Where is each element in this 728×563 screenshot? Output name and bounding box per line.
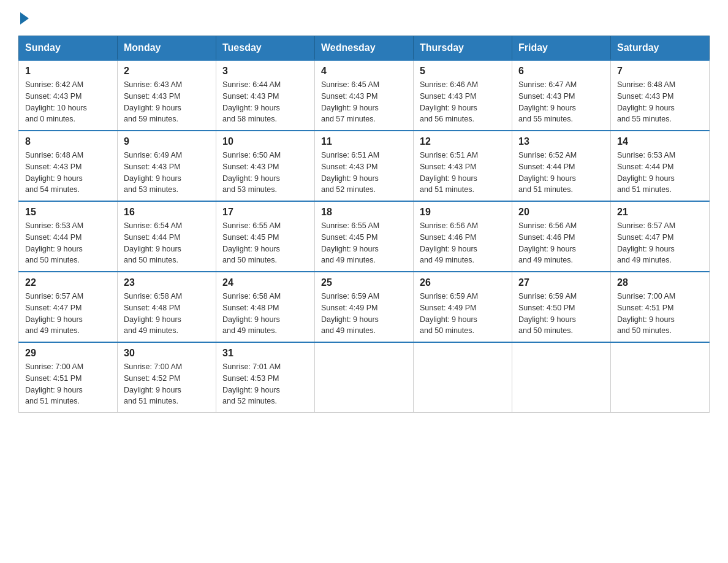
- day-number: 23: [124, 277, 210, 288]
- day-info: Sunrise: 6:56 AMSunset: 4:46 PMDaylight:…: [420, 221, 478, 264]
- calendar-week-row: 22 Sunrise: 6:57 AMSunset: 4:47 PMDaylig…: [19, 272, 710, 342]
- day-header-sunday: Sunday: [19, 36, 118, 61]
- day-header-thursday: Thursday: [414, 36, 512, 61]
- calendar-cell: 2 Sunrise: 6:43 AMSunset: 4:43 PMDayligh…: [118, 60, 216, 131]
- day-number: 7: [617, 66, 703, 77]
- day-number: 24: [222, 277, 308, 288]
- day-number: 20: [518, 207, 604, 218]
- day-info: Sunrise: 6:55 AMSunset: 4:45 PMDaylight:…: [222, 221, 281, 264]
- day-header-friday: Friday: [512, 36, 611, 61]
- day-info: Sunrise: 6:48 AMSunset: 4:43 PMDaylight:…: [617, 80, 675, 123]
- day-info: Sunrise: 6:44 AMSunset: 4:43 PMDaylight:…: [222, 80, 281, 123]
- calendar-week-row: 1 Sunrise: 6:42 AMSunset: 4:43 PMDayligh…: [19, 60, 710, 131]
- day-info: Sunrise: 7:00 AMSunset: 4:51 PMDaylight:…: [617, 292, 675, 335]
- calendar-table: SundayMondayTuesdayWednesdayThursdayFrid…: [18, 36, 710, 413]
- day-info: Sunrise: 7:01 AMSunset: 4:53 PMDaylight:…: [222, 362, 281, 405]
- calendar-cell: 10 Sunrise: 6:50 AMSunset: 4:43 PMDaylig…: [216, 131, 315, 201]
- day-number: 1: [25, 66, 111, 77]
- day-number: 26: [420, 277, 506, 288]
- day-header-monday: Monday: [118, 36, 216, 61]
- day-info: Sunrise: 6:57 AMSunset: 4:47 PMDaylight:…: [25, 292, 83, 335]
- day-number: 3: [222, 66, 308, 77]
- calendar-cell: 23 Sunrise: 6:58 AMSunset: 4:48 PMDaylig…: [118, 272, 216, 342]
- day-info: Sunrise: 6:56 AMSunset: 4:46 PMDaylight:…: [518, 221, 577, 264]
- calendar-cell: [512, 342, 611, 413]
- day-number: 4: [321, 66, 407, 77]
- day-number: 17: [222, 207, 308, 218]
- calendar-cell: 11 Sunrise: 6:51 AMSunset: 4:43 PMDaylig…: [315, 131, 414, 201]
- calendar-cell: 15 Sunrise: 6:53 AMSunset: 4:44 PMDaylig…: [19, 201, 118, 272]
- calendar-cell: 19 Sunrise: 6:56 AMSunset: 4:46 PMDaylig…: [414, 201, 512, 272]
- day-number: 5: [420, 66, 506, 77]
- day-number: 13: [518, 136, 604, 147]
- day-info: Sunrise: 7:00 AMSunset: 4:51 PMDaylight:…: [25, 362, 83, 405]
- calendar-header-row: SundayMondayTuesdayWednesdayThursdayFrid…: [19, 36, 710, 61]
- calendar-cell: 14 Sunrise: 6:53 AMSunset: 4:44 PMDaylig…: [611, 131, 710, 201]
- calendar-cell: 17 Sunrise: 6:55 AMSunset: 4:45 PMDaylig…: [216, 201, 315, 272]
- calendar-cell: 26 Sunrise: 6:59 AMSunset: 4:49 PMDaylig…: [414, 272, 512, 342]
- day-info: Sunrise: 6:55 AMSunset: 4:45 PMDaylight:…: [321, 221, 379, 264]
- calendar-cell: 21 Sunrise: 6:57 AMSunset: 4:47 PMDaylig…: [611, 201, 710, 272]
- day-header-tuesday: Tuesday: [216, 36, 315, 61]
- calendar-cell: 13 Sunrise: 6:52 AMSunset: 4:44 PMDaylig…: [512, 131, 611, 201]
- calendar-cell: 5 Sunrise: 6:46 AMSunset: 4:43 PMDayligh…: [414, 60, 512, 131]
- calendar-cell: 20 Sunrise: 6:56 AMSunset: 4:46 PMDaylig…: [512, 201, 611, 272]
- day-info: Sunrise: 6:47 AMSunset: 4:43 PMDaylight:…: [518, 80, 577, 123]
- day-info: Sunrise: 6:57 AMSunset: 4:47 PMDaylight:…: [617, 221, 675, 264]
- day-number: 11: [321, 136, 407, 147]
- calendar-week-row: 29 Sunrise: 7:00 AMSunset: 4:51 PMDaylig…: [19, 342, 710, 413]
- day-number: 28: [617, 277, 703, 288]
- calendar-cell: 8 Sunrise: 6:48 AMSunset: 4:43 PMDayligh…: [19, 131, 118, 201]
- calendar-cell: 30 Sunrise: 7:00 AMSunset: 4:52 PMDaylig…: [118, 342, 216, 413]
- day-info: Sunrise: 6:59 AMSunset: 4:49 PMDaylight:…: [420, 292, 478, 335]
- day-number: 2: [124, 66, 210, 77]
- day-header-wednesday: Wednesday: [315, 36, 414, 61]
- calendar-week-row: 15 Sunrise: 6:53 AMSunset: 4:44 PMDaylig…: [19, 201, 710, 272]
- day-info: Sunrise: 7:00 AMSunset: 4:52 PMDaylight:…: [124, 362, 182, 405]
- day-number: 30: [124, 348, 210, 359]
- logo-text: [18, 12, 31, 25]
- day-number: 6: [518, 66, 604, 77]
- day-number: 8: [25, 136, 111, 147]
- calendar-cell: 25 Sunrise: 6:59 AMSunset: 4:49 PMDaylig…: [315, 272, 414, 342]
- day-info: Sunrise: 6:59 AMSunset: 4:49 PMDaylight:…: [321, 292, 379, 335]
- calendar-cell: 27 Sunrise: 6:59 AMSunset: 4:50 PMDaylig…: [512, 272, 611, 342]
- day-info: Sunrise: 6:42 AMSunset: 4:43 PMDaylight:…: [25, 80, 87, 123]
- day-number: 27: [518, 277, 604, 288]
- day-number: 16: [124, 207, 210, 218]
- day-number: 21: [617, 207, 703, 218]
- calendar-week-row: 8 Sunrise: 6:48 AMSunset: 4:43 PMDayligh…: [19, 131, 710, 201]
- day-number: 25: [321, 277, 407, 288]
- calendar-cell: [611, 342, 710, 413]
- day-number: 10: [222, 136, 308, 147]
- calendar-cell: 6 Sunrise: 6:47 AMSunset: 4:43 PMDayligh…: [512, 60, 611, 131]
- calendar-cell: 29 Sunrise: 7:00 AMSunset: 4:51 PMDaylig…: [19, 342, 118, 413]
- calendar-cell: 4 Sunrise: 6:45 AMSunset: 4:43 PMDayligh…: [315, 60, 414, 131]
- day-info: Sunrise: 6:43 AMSunset: 4:43 PMDaylight:…: [124, 80, 182, 123]
- day-info: Sunrise: 6:54 AMSunset: 4:44 PMDaylight:…: [124, 221, 182, 264]
- day-info: Sunrise: 6:52 AMSunset: 4:44 PMDaylight:…: [518, 151, 577, 194]
- day-info: Sunrise: 6:46 AMSunset: 4:43 PMDaylight:…: [420, 80, 478, 123]
- logo: [18, 12, 31, 25]
- calendar-cell: 22 Sunrise: 6:57 AMSunset: 4:47 PMDaylig…: [19, 272, 118, 342]
- day-header-saturday: Saturday: [611, 36, 710, 61]
- day-info: Sunrise: 6:51 AMSunset: 4:43 PMDaylight:…: [420, 151, 478, 194]
- calendar-cell: 3 Sunrise: 6:44 AMSunset: 4:43 PMDayligh…: [216, 60, 315, 131]
- calendar-cell: 28 Sunrise: 7:00 AMSunset: 4:51 PMDaylig…: [611, 272, 710, 342]
- day-info: Sunrise: 6:48 AMSunset: 4:43 PMDaylight:…: [25, 151, 83, 194]
- calendar-cell: 1 Sunrise: 6:42 AMSunset: 4:43 PMDayligh…: [19, 60, 118, 131]
- calendar-cell: 12 Sunrise: 6:51 AMSunset: 4:43 PMDaylig…: [414, 131, 512, 201]
- day-number: 29: [25, 348, 111, 359]
- page-header: [18, 12, 710, 25]
- day-number: 12: [420, 136, 506, 147]
- day-number: 14: [617, 136, 703, 147]
- calendar-cell: 9 Sunrise: 6:49 AMSunset: 4:43 PMDayligh…: [118, 131, 216, 201]
- calendar-cell: 31 Sunrise: 7:01 AMSunset: 4:53 PMDaylig…: [216, 342, 315, 413]
- day-number: 22: [25, 277, 111, 288]
- day-number: 15: [25, 207, 111, 218]
- day-number: 9: [124, 136, 210, 147]
- day-info: Sunrise: 6:51 AMSunset: 4:43 PMDaylight:…: [321, 151, 379, 194]
- day-info: Sunrise: 6:58 AMSunset: 4:48 PMDaylight:…: [124, 292, 182, 335]
- day-number: 18: [321, 207, 407, 218]
- calendar-cell: 16 Sunrise: 6:54 AMSunset: 4:44 PMDaylig…: [118, 201, 216, 272]
